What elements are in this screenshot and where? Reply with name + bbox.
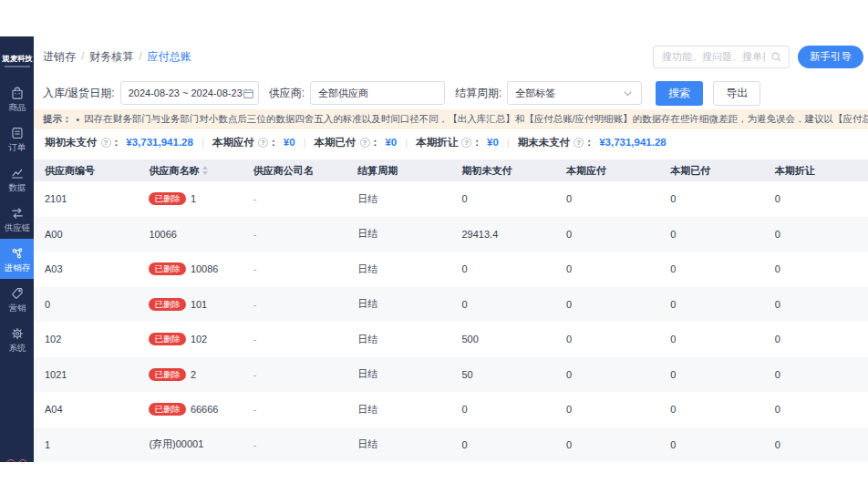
cell-current-paid: 0 [659, 369, 763, 380]
period-filter-label: 结算周期: [455, 86, 501, 101]
cell-current-paid: 0 [659, 439, 763, 450]
chevron-down-icon [622, 87, 634, 99]
summary-label: 本期折让?: [416, 136, 479, 149]
payable-ledger-table: 供应商编号供应商名称供应商公司名结算周期期初未支付本期应付本期已付本期折让 21… [34, 159, 868, 462]
sidebar-item-system[interactable]: 系统 [0, 319, 34, 359]
cell-opening-unpaid: 0 [451, 404, 555, 415]
sidebar-item-inventory[interactable]: 进销存 [0, 239, 34, 279]
column-header: 结算周期 [346, 164, 450, 178]
cell-current-discount: 0 [764, 404, 868, 415]
table-row: 1021已删除2-日结50000 [34, 357, 868, 393]
help-icon[interactable]: ? [360, 138, 370, 148]
main-content: 进销存 / 财务核算 / 应付总账 新手引导 入库/退货日期: 2024-08-… [34, 36, 868, 462]
notice-bullet: • [77, 114, 80, 125]
settlement-period-select[interactable]: 全部标签 [507, 81, 642, 105]
sidebar-item-supply-chain[interactable]: 供应链 [0, 199, 34, 239]
cell-current-paid: 0 [659, 263, 763, 274]
table-header: 供应商编号供应商名称供应商公司名结算周期期初未支付本期应付本期已付本期折让 [34, 159, 868, 181]
cell-supplier-name: 已删除2 [138, 368, 242, 381]
date-filter-label: 入库/退货日期: [43, 86, 115, 101]
help-icon[interactable]: ? [574, 138, 584, 148]
brand-logo-subline [5, 66, 30, 67]
cell-company-name: - [243, 299, 346, 310]
column-header: 供应商编号 [34, 164, 138, 178]
cell-settlement-period: 日结 [346, 297, 450, 311]
cell-settlement-period: 日结 [346, 192, 450, 206]
summary-value: ¥0 [487, 137, 499, 148]
global-search[interactable] [653, 46, 790, 68]
top-bar: 进销存 / 财务核算 / 应付总账 新手引导 [34, 36, 868, 77]
sort-icon[interactable] [202, 166, 208, 175]
date-range-input[interactable]: 2024-08-23 ~ 2024-08-23 [120, 81, 259, 105]
sidebar-item-label: 进销存 [4, 263, 30, 273]
cell-supplier-id: 102 [34, 334, 138, 345]
cell-current-payable: 0 [555, 299, 659, 310]
date-range-value: 2024-08-23 ~ 2024-08-23 [129, 87, 243, 98]
cell-company-name: - [243, 439, 346, 450]
cell-supplier-id: A03 [34, 263, 138, 274]
sidebar-item-orders[interactable]: 订单 [0, 118, 34, 159]
summary-label: 本期应付?: [212, 136, 275, 149]
global-search-input[interactable] [660, 50, 767, 63]
cell-current-discount: 0 [764, 334, 868, 345]
app-window: 观麦科技 商品订单数据供应链进销存营销系统 进销存 / 财务核算 / 应付总账 … [0, 36, 868, 462]
cell-settlement-period: 日结 [346, 262, 450, 276]
support-icon-partial[interactable] [6, 459, 27, 462]
cell-current-discount: 0 [764, 439, 868, 450]
cell-current-paid: 0 [659, 334, 763, 345]
table-row: 0已删除101-日结0000 [34, 287, 868, 323]
cell-company-name: - [243, 334, 346, 345]
cell-supplier-name: 已删除1 [138, 192, 242, 205]
topbar-right: 新手引导 [653, 46, 863, 68]
sidebar-item-data[interactable]: 数据 [0, 159, 34, 199]
column-header[interactable]: 供应商名称 [138, 164, 242, 178]
summary-label: 期初未支付?: [45, 136, 118, 149]
sidebar-item-label: 系统 [8, 344, 26, 353]
export-button[interactable]: 导出 [713, 81, 760, 106]
summary-separator: | [202, 137, 204, 148]
cell-company-name: - [243, 229, 346, 240]
cell-supplier-id: 1021 [34, 369, 138, 380]
help-icon[interactable]: ? [101, 138, 111, 148]
help-icon[interactable]: ? [258, 138, 268, 148]
sidebar-item-label: 商品 [8, 103, 26, 112]
table-row: 102已删除102-日结500000 [34, 322, 868, 357]
newbie-guide-button[interactable]: 新手引导 [798, 46, 863, 68]
supplier-input[interactable]: 全部供应商 [310, 81, 445, 105]
sidebar-item-marketing[interactable]: 营销 [0, 279, 34, 319]
cell-settlement-period: 日结 [346, 403, 450, 417]
summary-value: ¥0 [385, 137, 397, 148]
search-button[interactable]: 搜索 [656, 81, 703, 106]
filter-bar: 入库/退货日期: 2024-08-23 ~ 2024-08-23 供应商: 全部… [34, 77, 868, 109]
column-header: 本期应付 [555, 164, 659, 178]
summary-bar: 期初未支付?:¥3,731,941.28|本期应付?:¥0|本期已付?:¥0|本… [34, 129, 868, 155]
table-row: A04已删除66666-日结0000 [34, 392, 868, 427]
brand-logo: 观麦科技 [2, 55, 32, 62]
cell-current-payable: 0 [555, 404, 659, 415]
sidebar-menu: 商品订单数据供应链进销存营销系统 [0, 78, 34, 359]
sidebar-item-label: 供应链 [4, 223, 30, 232]
cell-opening-unpaid: 50 [451, 369, 555, 380]
summary-separator: | [405, 137, 408, 148]
cell-supplier-id: A04 [34, 404, 138, 415]
column-header: 本期已付 [659, 164, 763, 178]
bag-icon [10, 86, 25, 100]
notice-bar: 提示： • 因存在财务部门与业务部门对小数点后三位的数据四舍五入的标准以及时间口… [34, 109, 868, 129]
search-icon[interactable] [770, 51, 782, 63]
table-row: A03已删除10086-日结0000 [34, 252, 868, 287]
summary-value: ¥3,731,941.28 [126, 137, 193, 148]
network-icon [10, 246, 25, 261]
summary-value: ¥3,731,941.28 [599, 137, 666, 148]
table-row: A0010066-日结29413.4000 [34, 217, 868, 252]
breadcrumb-inventory[interactable]: 进销存 [43, 49, 76, 65]
table-row: 1(弃用)00001-日结0000 [34, 427, 868, 463]
exchange-icon [10, 206, 25, 221]
breadcrumb-payable-ledger: 应付总账 [148, 49, 191, 65]
help-icon[interactable]: ? [461, 138, 471, 148]
sidebar-item-products[interactable]: 商品 [0, 78, 34, 118]
settlement-period-value: 全部标签 [515, 87, 555, 100]
cell-current-payable: 0 [555, 229, 659, 240]
column-header: 本期折让 [764, 164, 868, 178]
cell-current-discount: 0 [764, 369, 868, 380]
breadcrumb-finance[interactable]: 财务核算 [89, 49, 133, 65]
